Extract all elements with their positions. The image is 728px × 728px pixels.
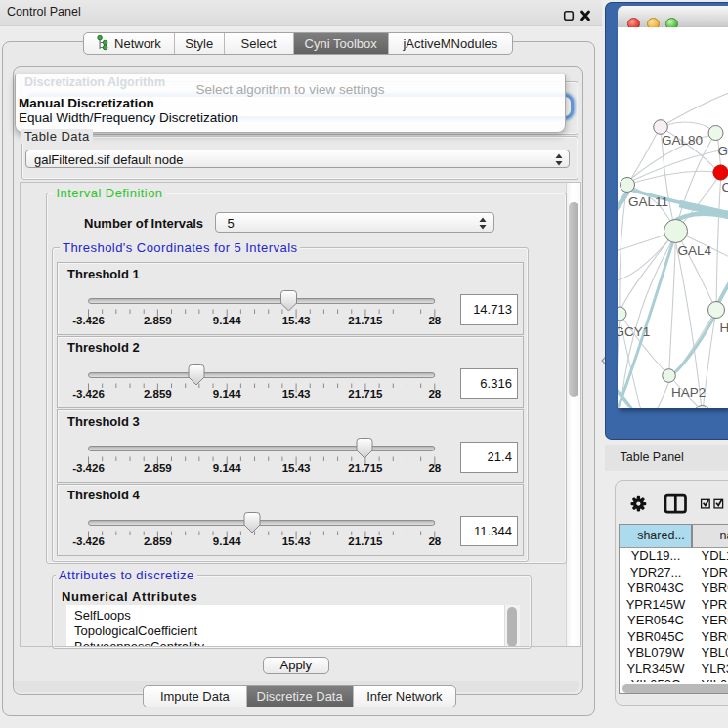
svg-text:GAL80: GAL80 xyxy=(662,133,703,148)
svg-text:H: H xyxy=(719,321,728,335)
svg-text:GAL11: GAL11 xyxy=(628,194,668,209)
svg-text:GA: GA xyxy=(717,144,728,158)
svg-text:GCY1: GCY1 xyxy=(618,324,650,339)
svg-text:GAL4: GAL4 xyxy=(677,243,711,258)
svg-text:HAP2: HAP2 xyxy=(671,385,706,400)
svg-text:C: C xyxy=(721,180,728,194)
